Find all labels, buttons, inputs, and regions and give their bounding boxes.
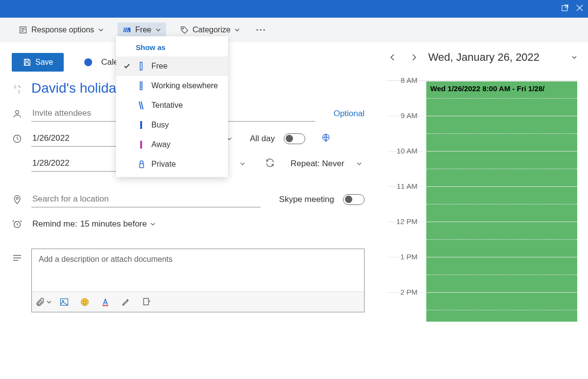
- calendar-event[interactable]: Wed 1/26/2022 8:00 AM - Fri 1/28/: [426, 81, 577, 322]
- svg-rect-7: [140, 62, 142, 70]
- font-color-icon[interactable]: [100, 297, 110, 307]
- save-button[interactable]: Save: [12, 53, 64, 72]
- show-as-option-free[interactable]: Free: [116, 56, 228, 76]
- tag-icon: [180, 25, 189, 34]
- description-toolbar: [32, 291, 364, 312]
- svg-rect-29: [144, 298, 148, 304]
- chevron-down-icon[interactable]: [240, 161, 245, 167]
- repeat-icon[interactable]: [265, 158, 275, 170]
- chevron-down-icon[interactable]: [571, 54, 577, 60]
- show-as-icon: [122, 25, 131, 34]
- response-options-button[interactable]: Response options: [14, 23, 109, 37]
- description-box: Add a description or attach documents: [31, 249, 365, 312]
- people-icon: [12, 109, 23, 119]
- svg-rect-12: [140, 121, 142, 129]
- svg-point-21: [16, 197, 18, 199]
- show-as-label: Free: [135, 25, 151, 34]
- optional-link[interactable]: Optional: [334, 109, 365, 119]
- emoji-picker-icon[interactable]: [12, 84, 23, 94]
- svg-point-26: [83, 301, 84, 302]
- chevron-down-icon: [234, 27, 240, 33]
- description-input[interactable]: Add a description or attach documents: [32, 249, 364, 291]
- svg-point-10: [141, 85, 142, 86]
- window-titlebar: [0, 0, 588, 18]
- svg-rect-13: [140, 141, 142, 149]
- save-icon: [23, 58, 31, 67]
- svg-point-11: [141, 87, 142, 88]
- show-as-button[interactable]: Free: [118, 23, 166, 37]
- ellipsis-icon: [256, 28, 266, 31]
- skype-toggle[interactable]: [343, 194, 365, 205]
- dropdown-header: Show as: [116, 36, 228, 56]
- svg-rect-14: [140, 164, 144, 168]
- location-input[interactable]: [31, 191, 261, 207]
- categorize-label: Categorize: [193, 25, 230, 34]
- categorize-button[interactable]: Categorize: [175, 23, 245, 37]
- repeat-label: Repeat:: [291, 159, 320, 168]
- svg-point-25: [81, 298, 89, 305]
- svg-rect-28: [102, 304, 108, 306]
- show-as-option-away[interactable]: Away: [116, 135, 228, 154]
- show-as-option-private[interactable]: Private: [116, 154, 228, 174]
- response-options-label: Response options: [31, 25, 94, 34]
- clock-icon: [12, 134, 23, 144]
- show-as-option-busy[interactable]: Busy: [116, 115, 228, 135]
- timezone-icon[interactable]: [321, 133, 331, 145]
- skype-label: Skype meeting: [279, 195, 334, 204]
- svg-point-5: [260, 29, 262, 30]
- save-label: Save: [35, 58, 53, 67]
- emoji-icon[interactable]: [80, 297, 90, 307]
- remind-value[interactable]: 15 minutes before: [80, 219, 147, 229]
- prev-day-button[interactable]: [387, 51, 399, 63]
- svg-point-3: [182, 28, 183, 29]
- response-options-icon: [19, 25, 27, 34]
- chevron-down-icon: [98, 27, 104, 33]
- svg-point-27: [86, 301, 87, 302]
- calendar-preview: Wed, January 26, 2022 Wed 1/26/2022 8:00…: [382, 42, 588, 379]
- popout-icon[interactable]: [561, 3, 569, 14]
- more-button[interactable]: [254, 25, 268, 34]
- command-bar: Response options Free Categorize Show as…: [0, 18, 588, 42]
- image-icon[interactable]: [59, 297, 69, 307]
- insert-icon[interactable]: [142, 297, 151, 307]
- chevron-down-icon[interactable]: [356, 161, 362, 167]
- chevron-down-icon[interactable]: [150, 221, 156, 227]
- svg-point-4: [257, 29, 258, 30]
- close-icon[interactable]: [575, 3, 584, 14]
- reminder-icon: [12, 219, 23, 229]
- all-day-toggle[interactable]: [284, 133, 305, 144]
- svg-point-6: [264, 29, 265, 30]
- show-as-dropdown: Show as FreeWorking elsewhereTentativeBu…: [116, 36, 228, 177]
- description-icon: [12, 254, 23, 261]
- svg-point-17: [16, 110, 19, 114]
- svg-point-9: [141, 83, 142, 84]
- highlight-icon[interactable]: [121, 297, 131, 307]
- location-icon: [12, 194, 23, 205]
- all-day-label: All day: [250, 134, 275, 144]
- show-as-option-working-elsewhere[interactable]: Working elsewhere: [116, 76, 228, 96]
- calendar-color-dot: [84, 58, 92, 66]
- svg-rect-16: [25, 63, 28, 65]
- show-as-option-tentative[interactable]: Tentative: [116, 96, 228, 115]
- timeline[interactable]: Wed 1/26/2022 8:00 AM - Fri 1/28/ 8 AM9 …: [387, 80, 577, 355]
- chevron-down-icon: [155, 27, 161, 33]
- calendar-date-label: Wed, January 26, 2022: [428, 51, 539, 64]
- repeat-value[interactable]: Never: [322, 159, 344, 168]
- next-day-button[interactable]: [408, 51, 419, 63]
- svg-rect-15: [25, 59, 28, 62]
- remind-label: Remind me:: [32, 219, 77, 229]
- attach-icon[interactable]: [39, 297, 49, 307]
